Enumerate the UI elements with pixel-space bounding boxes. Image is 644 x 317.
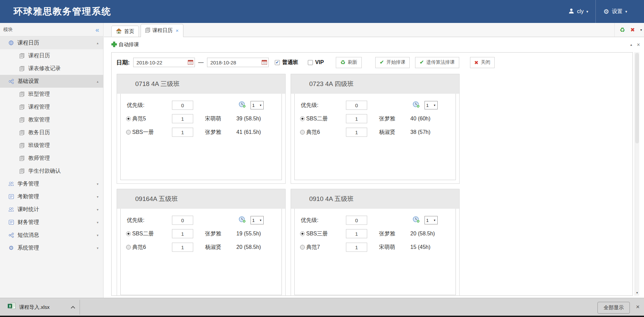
course-radio[interactable]: [126, 245, 131, 250]
normal-class-checkbox[interactable]: [275, 60, 280, 65]
calendar-icon[interactable]: [262, 60, 267, 66]
tab-close-icon[interactable]: ×: [176, 28, 179, 33]
user-menu[interactable]: cly ▾: [561, 0, 595, 23]
tab-home[interactable]: 首页: [111, 26, 139, 37]
course-priority-input[interactable]: [172, 128, 193, 137]
svg-text:X: X: [9, 305, 11, 308]
course-radio[interactable]: [300, 130, 305, 135]
doc-icon: [19, 53, 25, 58]
slot-select[interactable]: 1▼: [251, 101, 264, 110]
clock-add-icon[interactable]: [238, 101, 246, 109]
card-body: 优先级:1▼SBS三册张梦雅20 (58.5h)典范7宋萌萌15 (45h): [294, 209, 456, 295]
course-row: 典范6杨淑贤38 (57h): [295, 125, 456, 139]
course-priority-input[interactable]: [346, 114, 367, 123]
priority-input[interactable]: [346, 216, 367, 225]
panel-tools: ▴ ×: [630, 37, 640, 52]
course-radio[interactable]: [300, 245, 305, 250]
refresh-button[interactable]: ♻ 刷新: [336, 57, 361, 68]
priority-row: 优先级:1▼: [121, 98, 282, 112]
tab-label: 首页: [124, 28, 134, 35]
priority-label: 优先级:: [127, 102, 144, 109]
chevron-up-icon[interactable]: [71, 306, 75, 310]
sidebar-item-academic-affairs-mgmt[interactable]: 学务管理▾: [0, 177, 103, 190]
slot-select[interactable]: 1▼: [251, 216, 264, 225]
sidebar-item-schedule-calendar[interactable]: 课程日历▴: [0, 36, 103, 49]
close-tab-icon[interactable]: ✖: [631, 27, 635, 33]
sidebar-item-finance-mgmt[interactable]: 财务管理▾: [0, 216, 103, 229]
downloaded-file-item[interactable]: X 课程导入.xlsx: [5, 301, 77, 314]
slot-select[interactable]: 1▼: [425, 101, 438, 110]
sidebar-item-class-type-mgmt[interactable]: 班型管理: [0, 88, 103, 100]
sidebar-item-attendance-mgmt[interactable]: 考勤管理▾: [0, 190, 103, 203]
sidebar-item-academic-calendar[interactable]: 教务日历: [0, 126, 103, 139]
calendar-icon[interactable]: [188, 60, 193, 66]
course-priority-input[interactable]: [346, 229, 367, 238]
tab-course-calendar[interactable]: 课程日历 ×: [141, 24, 183, 37]
clock-add-icon[interactable]: [238, 216, 246, 224]
scroll-down-icon[interactable]: ▾: [635, 290, 639, 296]
sidebar-item-class-mgmt[interactable]: 班级管理: [0, 139, 103, 152]
course-radio[interactable]: [126, 130, 131, 135]
close-button[interactable]: ✖ 关闭: [470, 57, 495, 68]
date-from-wrap: [133, 58, 195, 67]
clock-add-icon[interactable]: [412, 101, 420, 109]
refresh-tab-icon[interactable]: ♻: [619, 26, 625, 34]
sidebar-item-system-mgmt[interactable]: ⚙系统管理▾: [0, 241, 103, 254]
card-body: 优先级:1▼SBS二册张梦雅40 (60h)典范6杨淑贤38 (57h): [294, 94, 456, 180]
course-priority-input[interactable]: [172, 243, 193, 252]
sidebar-item-hours-stats[interactable]: 课时统计▾: [0, 203, 103, 216]
course-radio[interactable]: [300, 231, 305, 236]
date-from-input[interactable]: [133, 58, 195, 67]
check-icon: ✔: [419, 60, 424, 65]
document-icon: [145, 28, 150, 34]
globe-icon: [8, 40, 14, 46]
collapse-sidebar-icon[interactable]: «: [95, 26, 99, 33]
select-arrow-icon: ▼: [259, 219, 262, 222]
course-priority-input[interactable]: [172, 114, 193, 123]
sidebar-item-teacher-mgmt[interactable]: 教师管理: [0, 152, 103, 165]
slot-select-value: 1: [426, 103, 429, 108]
users-icon: [8, 207, 14, 212]
sidebar-item-student-payment-confirm[interactable]: 学生付款确认: [0, 165, 103, 177]
genetic-scheduling-button[interactable]: ✔ 遗传算法排课: [415, 57, 459, 68]
vip-checkbox[interactable]: [308, 60, 313, 65]
course-radio[interactable]: [300, 116, 305, 121]
sidebar-item-course-mgmt[interactable]: 课程管理: [0, 100, 103, 113]
course-priority-input[interactable]: [172, 229, 193, 238]
lesson-hours: 15 (45h): [410, 244, 431, 250]
doc-icon: [19, 143, 25, 148]
cards-grid: 0718 4A 三级班优先级:1▼典范5宋萌萌39 (58.5h)SBS一册张梦…: [112, 72, 633, 295]
close-download-bar-icon[interactable]: ×: [636, 304, 640, 310]
date-to-input[interactable]: [207, 58, 269, 67]
sidebar-item-classroom-mgmt[interactable]: 教室管理: [0, 113, 103, 126]
course-radio[interactable]: [126, 116, 131, 121]
sidebar-item-timetable-history[interactable]: 课表修改记录: [0, 62, 103, 75]
clock-add-icon[interactable]: [412, 216, 420, 224]
priority-input[interactable]: [346, 101, 367, 110]
vertical-scrollbar[interactable]: ▾: [635, 52, 639, 296]
slot-select-value: 1: [252, 103, 255, 108]
course-priority-input[interactable]: [346, 128, 367, 137]
priority-input[interactable]: [172, 216, 193, 225]
settings-menu[interactable]: ⚙ 设置 ▾: [596, 0, 635, 23]
sidebar-item-course-calendar[interactable]: 课程日历: [0, 49, 103, 62]
course-priority-input[interactable]: [346, 243, 367, 252]
main-area: 首页 课程日历 × ♻ ✖ ▾ 自动排课 ▴ × 日期:: [104, 23, 644, 298]
panel-close-icon[interactable]: ×: [637, 42, 640, 48]
slot-select[interactable]: 1▼: [425, 216, 438, 225]
lesson-hours: 38 (57h): [410, 129, 431, 135]
priority-input[interactable]: [172, 101, 193, 110]
start-scheduling-button[interactable]: ✔ 开始排课: [375, 57, 410, 68]
sidebar-item-basic-settings[interactable]: 基础设置▴: [0, 75, 103, 88]
card-title: 0910 4A 五级班: [291, 189, 459, 209]
doc-icon: [19, 156, 25, 161]
tab-label: 课程日历: [152, 27, 173, 34]
teacher-name: 张梦雅: [379, 230, 395, 237]
scrollbar-thumb[interactable]: [635, 53, 639, 143]
tab-overflow-icon[interactable]: ▾: [640, 28, 642, 32]
sidebar-item-sms-messages[interactable]: 短信消息▾: [0, 229, 103, 241]
course-radio[interactable]: [126, 231, 131, 236]
sidebar-header: 模块 «: [0, 23, 103, 36]
show-all-button[interactable]: 全部显示: [597, 302, 630, 314]
panel-minimize-icon[interactable]: ▴: [630, 42, 632, 47]
